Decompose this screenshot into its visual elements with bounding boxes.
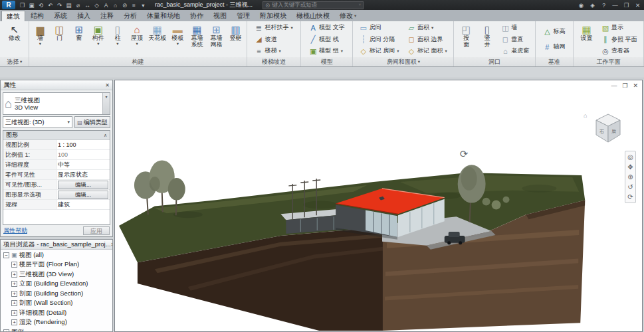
save-icon[interactable]: ▣ (27, 2, 36, 9)
type-selector[interactable]: ⌂ 三维视图 3D View ▾ (3, 92, 110, 115)
expander-icon[interactable]: + (11, 281, 17, 287)
panel-label-房间和面积[interactable]: 房间和面积▾ (353, 57, 453, 66)
search-box[interactable]: ⊙ 键入关键字或短语 ▾ (263, 1, 364, 9)
panel-label-构建[interactable]: 构建 (29, 57, 246, 66)
button-幕墙网格[interactable]: ⊞幕墙 网格 (207, 22, 225, 57)
button-面积 边界[interactable]: ◻面积 边界 (405, 34, 449, 45)
default-3d-view-icon[interactable]: ⌂ (111, 2, 120, 9)
button-显示[interactable]: ▧显示 (599, 23, 639, 34)
tab-注释[interactable]: 注释 (96, 11, 118, 21)
3d-viewport[interactable]: ⟳ —❐✕ ⌂ 右 后 ◎✥⊕↺⟳ (114, 80, 643, 332)
button-竖梃[interactable]: ▥竖梃 (227, 22, 245, 57)
revit-logo[interactable]: R (2, 1, 15, 9)
properties-help-link[interactable]: 属性帮助 (3, 226, 27, 235)
expander-icon[interactable]: + (11, 262, 17, 268)
edit-button[interactable]: 编辑... (58, 191, 108, 199)
button-模型 组[interactable]: ▣模型 组▾ (307, 46, 347, 57)
tree-item[interactable]: +剖面 (Wall Section) (1, 299, 112, 309)
button-坡道[interactable]: ◢坡道 (253, 34, 294, 45)
open-icon[interactable]: ❐ (18, 2, 27, 9)
properties-header[interactable]: 属性 ✕ (1, 80, 112, 90)
apply-button[interactable]: 应用 (83, 226, 110, 235)
tree-item[interactable]: +三维视图 (3D View) (1, 270, 112, 280)
pan-icon[interactable]: ✥ (627, 163, 633, 171)
orbit-icon[interactable]: ⟳ (627, 193, 633, 201)
expander-icon[interactable]: + (11, 310, 17, 316)
dimension-icon[interactable]: ↔ (83, 2, 92, 9)
type-selector-dropdown-icon[interactable]: ▾ (102, 93, 110, 114)
expander-icon[interactable]: + (11, 300, 17, 306)
tag-icon[interactable]: ◇ (92, 2, 101, 9)
button-柱[interactable]: ▯柱▾ (108, 22, 127, 57)
button-模型 文字[interactable]: A模型 文字 (307, 23, 347, 34)
expander-icon[interactable]: − (3, 252, 9, 258)
button-栏杆扶手[interactable]: ≣栏杆扶手▾ (253, 23, 294, 34)
tree-item[interactable]: +图例 (1, 327, 112, 331)
property-group-图形[interactable]: 图形∧ (3, 131, 110, 140)
button-门[interactable]: ◫门 (51, 22, 69, 57)
button-老虎窗[interactable]: ⌂老虎窗 (499, 46, 531, 57)
button-标记 面积[interactable]: ◇标记 面积▾ (405, 46, 449, 57)
search-dropdown-icon[interactable]: ▾ (359, 3, 361, 7)
rewind-icon[interactable]: ↺ (627, 183, 633, 191)
button-查看器[interactable]: ◎查看器 (599, 46, 639, 57)
customize-qat-icon[interactable]: ▾ (139, 2, 148, 9)
tab-分析[interactable]: 分析 (119, 11, 142, 21)
tab-建筑[interactable]: 建筑 (1, 11, 25, 21)
panel-label-工作平面[interactable]: 工作平面 (574, 57, 643, 66)
tab-附加模块[interactable]: 附加模块 (255, 11, 291, 21)
project-browser-close-icon[interactable]: ✕ (111, 242, 112, 248)
button-竖井[interactable]: ▯竖 井 (478, 22, 496, 57)
expander-icon[interactable]: + (11, 272, 17, 278)
thin-lines-icon[interactable]: ≡ (130, 2, 138, 9)
button-设置[interactable]: ▦设置 (578, 22, 596, 57)
tree-item[interactable]: −▣视图 (all) (1, 250, 112, 260)
close-icon[interactable]: ✕ (633, 2, 642, 9)
tab-体量和场地[interactable]: 体量和场地 (142, 11, 185, 21)
sign-in-icon[interactable]: ◉ (577, 2, 586, 9)
button-按面[interactable]: ◰按 面 (457, 22, 476, 57)
button-修改[interactable]: ↖修改 (5, 22, 24, 57)
property-value[interactable]: 中等 (56, 160, 110, 169)
expander-icon[interactable]: + (3, 329, 9, 331)
property-value[interactable]: 建筑 (56, 200, 110, 209)
measure-icon[interactable]: ⌀ (74, 2, 82, 9)
viewcube[interactable]: ⌂ 右 后 (592, 112, 624, 147)
button-参照 平面[interactable]: ∥参照 平面 (599, 34, 639, 45)
section-icon[interactable]: ⊘ (120, 2, 129, 9)
tree-item[interactable]: +楼层平面 (Floor Plan) (1, 260, 112, 270)
help-icon[interactable]: ? (599, 2, 608, 9)
button-屋顶[interactable]: ⌂屋顶▾ (128, 22, 146, 57)
tab-协作[interactable]: 协作 (185, 11, 208, 21)
button-幕墙系统[interactable]: ▦幕墙 系统 (187, 22, 206, 57)
panel-label-洞口[interactable]: 洞口 (454, 57, 534, 66)
expander-icon[interactable]: + (11, 319, 17, 325)
button-标记 房间[interactable]: ◇标记 房间▾ (358, 46, 401, 57)
tree-item[interactable]: +详细视图 (Detail) (1, 308, 112, 318)
tab-插入[interactable]: 插入 (72, 11, 95, 21)
button-垂直[interactable]: ◻垂直 (499, 34, 531, 45)
tab-视图[interactable]: 视图 (209, 11, 231, 21)
collapse-icon[interactable]: ∧ (104, 133, 107, 138)
button-轴网[interactable]: #轴网 (541, 42, 567, 53)
button-房间[interactable]: ▭房间 (358, 23, 401, 34)
project-browser-header[interactable]: 项目浏览器 - rac_basic_sample_proj... ✕ (1, 240, 112, 250)
button-窗[interactable]: ⊞窗 (70, 22, 88, 57)
panel-label-楼梯坡道[interactable]: 楼梯坡道 (247, 57, 301, 66)
tab-修改[interactable]: 修改▾ (335, 11, 361, 21)
viewport-close-icon[interactable]: ✕ (633, 83, 638, 89)
button-模型 线[interactable]: ╱模型 线 (307, 34, 347, 45)
redo-icon[interactable]: ↷ (55, 2, 64, 9)
property-value[interactable]: 显示原状态 (56, 170, 110, 179)
expander-icon[interactable]: + (11, 291, 17, 297)
button-墙[interactable]: ◫墙 (499, 23, 531, 34)
view-instance-dropdown[interactable]: 三维视图: (3D) (3, 116, 72, 128)
tab-系统[interactable]: 系统 (49, 11, 72, 21)
button-房间 分隔[interactable]: ┆房间 分隔 (358, 34, 401, 45)
sync-icon[interactable]: ⟲ (37, 2, 45, 9)
viewcube-face-label[interactable]: 后 (611, 129, 616, 134)
panel-label-模型[interactable]: 模型 (301, 57, 352, 66)
button-构件[interactable]: ▣构件▾ (89, 22, 108, 57)
button-楼梯[interactable]: ≡楼梯▾ (253, 46, 294, 57)
restore-icon[interactable]: ❐ (622, 2, 631, 9)
